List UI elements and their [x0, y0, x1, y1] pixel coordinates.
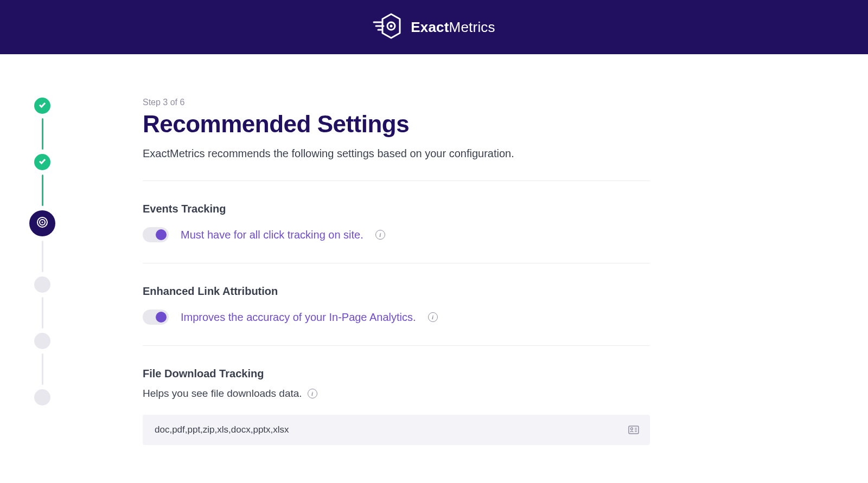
- toggle-knob: [156, 229, 167, 240]
- step-2-completed[interactable]: [34, 154, 50, 170]
- page-subtitle: ExactMetrics recommends the following se…: [143, 147, 650, 160]
- target-icon: [36, 216, 49, 231]
- step-connector: [42, 297, 43, 329]
- enhanced-link-section: Enhanced Link Attribution Improves the a…: [143, 263, 650, 345]
- setting-description: Must have for all click tracking on site…: [181, 229, 363, 241]
- events-tracking-toggle[interactable]: [143, 227, 169, 242]
- info-icon[interactable]: i: [375, 230, 385, 240]
- hexagon-target-icon: [373, 13, 403, 41]
- enhanced-link-toggle[interactable]: [143, 310, 169, 325]
- step-connector: [42, 241, 43, 272]
- info-icon[interactable]: i: [308, 389, 317, 398]
- step-connector: [42, 175, 43, 206]
- step-connector: [42, 353, 43, 385]
- check-icon: [38, 157, 47, 168]
- brand-name: ExactMetrics: [411, 19, 495, 36]
- step-6-pending[interactable]: [34, 389, 50, 405]
- setting-title: Enhanced Link Attribution: [143, 285, 650, 298]
- svg-point-9: [631, 428, 633, 430]
- setting-title: File Download Tracking: [143, 368, 650, 380]
- step-1-completed[interactable]: [34, 98, 50, 114]
- main-content: Step 3 of 6 Recommended Settings ExactMe…: [143, 98, 650, 466]
- setting-title: Events Tracking: [143, 203, 650, 215]
- step-connector: [42, 118, 43, 150]
- wizard-stepper: [26, 98, 59, 466]
- app-header: ExactMetrics: [0, 0, 868, 54]
- info-icon[interactable]: i: [428, 312, 438, 322]
- setting-subtitle: Helps you see file downloads data.: [143, 388, 302, 400]
- svg-point-7: [42, 222, 43, 223]
- check-icon: [38, 100, 47, 111]
- step-5-pending[interactable]: [34, 333, 50, 349]
- page-title: Recommended Settings: [143, 111, 650, 138]
- setting-description: Improves the accuracy of your In-Page An…: [181, 311, 416, 324]
- svg-point-1: [390, 25, 393, 28]
- toggle-knob: [156, 312, 167, 323]
- brand-logo: ExactMetrics: [373, 13, 495, 41]
- step-4-pending[interactable]: [34, 276, 50, 293]
- step-indicator: Step 3 of 6: [143, 98, 650, 107]
- step-3-current[interactable]: [29, 210, 55, 236]
- file-extensions-input[interactable]: [143, 415, 650, 445]
- svg-rect-8: [629, 426, 639, 434]
- events-tracking-section: Events Tracking Must have for all click …: [143, 181, 650, 263]
- file-download-section: File Download Tracking Helps you see fil…: [143, 346, 650, 466]
